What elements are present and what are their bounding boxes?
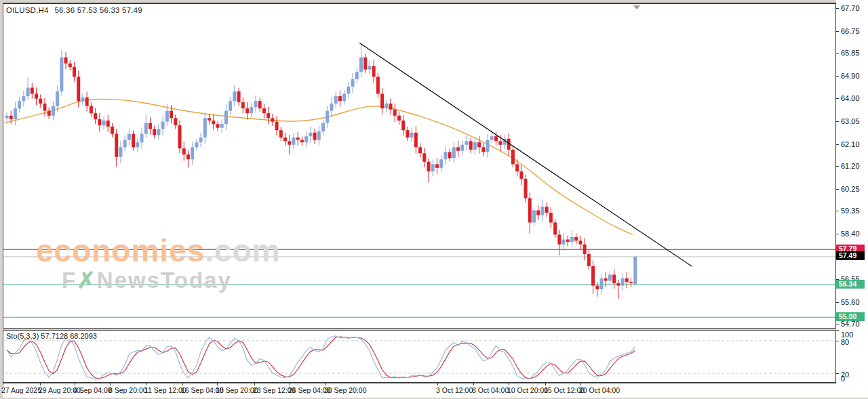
candle-body bbox=[363, 58, 367, 70]
time-axis[interactable]: 27 Aug 202529 Aug 20:004 Sep 04:008 Sep … bbox=[3, 383, 868, 398]
candle-body bbox=[5, 116, 9, 119]
candle-body bbox=[165, 111, 169, 122]
candle-body bbox=[216, 124, 220, 127]
candle-body bbox=[456, 147, 460, 150]
candle-body bbox=[178, 125, 182, 148]
price-tick bbox=[836, 302, 839, 303]
watermark-fx-suffix: NewsToday bbox=[97, 268, 232, 293]
candle-body bbox=[414, 133, 418, 148]
watermark-fx-prefix: F bbox=[62, 268, 77, 293]
date-tick bbox=[509, 383, 509, 385]
candle-body bbox=[439, 159, 443, 168]
candle-body bbox=[511, 150, 515, 165]
candle-body bbox=[191, 147, 194, 159]
candle-body bbox=[562, 240, 566, 245]
date-tick bbox=[146, 383, 146, 385]
candle-body bbox=[570, 237, 574, 242]
price-axis-label: 58.40 bbox=[841, 230, 860, 238]
date-label: 4 Sep 04:00 bbox=[73, 386, 112, 394]
candle-body bbox=[321, 123, 325, 131]
stochastic-tick bbox=[836, 330, 839, 331]
candle-body bbox=[608, 275, 612, 281]
price-axis-label: 61.20 bbox=[841, 162, 860, 170]
candle-body bbox=[372, 66, 376, 77]
price-tick bbox=[836, 189, 839, 190]
descending-trendline[interactable] bbox=[359, 43, 692, 266]
candle-body bbox=[431, 164, 435, 171]
candle-body bbox=[574, 237, 578, 240]
candle-body bbox=[241, 102, 245, 108]
date-label: 30 Sep 20:00 bbox=[324, 386, 366, 394]
candle-body bbox=[123, 140, 127, 148]
date-tick bbox=[580, 383, 581, 385]
price-axis-label: 64.00 bbox=[841, 94, 860, 102]
candle-body bbox=[94, 113, 97, 119]
candle-body bbox=[524, 179, 528, 198]
candle-body bbox=[279, 130, 283, 138]
candle-body bbox=[140, 134, 144, 143]
date-tick bbox=[75, 383, 75, 385]
date-tick bbox=[182, 383, 183, 385]
date-tick bbox=[437, 383, 438, 385]
stochastic-axis-label: 80 bbox=[841, 338, 849, 346]
date-tick bbox=[217, 383, 218, 385]
stochastic-axis: 10080200 bbox=[836, 329, 868, 383]
candle-body bbox=[220, 124, 224, 127]
candle-body bbox=[195, 142, 198, 147]
candle-body bbox=[22, 96, 25, 101]
candle-body bbox=[469, 141, 473, 150]
candle-body bbox=[77, 77, 80, 101]
price-tick bbox=[836, 324, 839, 324]
price-axis-label: 67.70 bbox=[841, 4, 860, 12]
chart-title: OILUSD,H456.36 57.53 56.33 57.49 bbox=[6, 6, 142, 14]
candle-body bbox=[393, 110, 397, 116]
candle-body bbox=[389, 104, 393, 110]
candle-body bbox=[540, 207, 544, 215]
candle-body bbox=[157, 129, 160, 135]
stochastic-axis-label: 0 bbox=[841, 375, 845, 383]
price-chart-panel[interactable]: OILUSD,H456.36 57.53 56.33 57.49 economi… bbox=[3, 3, 836, 329]
stochastic-chart bbox=[3, 331, 835, 382]
candle-body bbox=[545, 207, 549, 213]
price-axis[interactable]: 67.7066.7565.8564.9064.0063.0562.1061.20… bbox=[836, 0, 868, 383]
date-label: 20 Oct 04:00 bbox=[579, 386, 620, 394]
watermark-brand: economies bbox=[36, 233, 205, 268]
candle-body bbox=[60, 58, 63, 91]
candle-body bbox=[313, 133, 317, 140]
candle-body bbox=[448, 152, 452, 158]
date-label: 11 Sep 12:00 bbox=[144, 386, 186, 394]
price-tick bbox=[836, 166, 839, 167]
candle-body bbox=[153, 129, 156, 135]
candle-body bbox=[203, 118, 207, 138]
candle-body bbox=[612, 275, 616, 284]
candle-body bbox=[481, 147, 485, 152]
candle-body bbox=[452, 147, 456, 158]
candle-body bbox=[621, 278, 625, 286]
date-tick bbox=[3, 383, 3, 385]
price-axis-label: 62.10 bbox=[841, 140, 860, 148]
candle-body bbox=[304, 136, 308, 142]
stochastic-panel[interactable]: Sto(5,3,3) 57.7128 68.2093 bbox=[3, 330, 836, 383]
price-badge: 55.00 bbox=[836, 312, 865, 321]
candle-body bbox=[351, 79, 355, 87]
candle-body bbox=[39, 99, 42, 104]
candle-body bbox=[359, 58, 363, 72]
price-axis-label: 59.35 bbox=[841, 207, 860, 215]
candle-body bbox=[229, 101, 232, 110]
candle-body bbox=[633, 257, 637, 285]
price-axis-label: 55.60 bbox=[841, 298, 860, 306]
candle-body bbox=[237, 91, 241, 102]
candle-body bbox=[283, 138, 287, 141]
candle-body bbox=[111, 127, 114, 134]
candle-body bbox=[498, 141, 502, 144]
candle-body bbox=[35, 93, 38, 98]
date-tick bbox=[254, 383, 255, 385]
candle-body bbox=[64, 58, 68, 64]
candle-body bbox=[443, 152, 447, 159]
date-label: 18 Sep 20:00 bbox=[216, 386, 258, 394]
candle-body bbox=[73, 67, 76, 77]
candle-body bbox=[136, 142, 139, 147]
chart-shift-marker-icon[interactable] bbox=[633, 5, 640, 9]
price-tick bbox=[836, 211, 839, 211]
candle-body bbox=[254, 101, 257, 107]
